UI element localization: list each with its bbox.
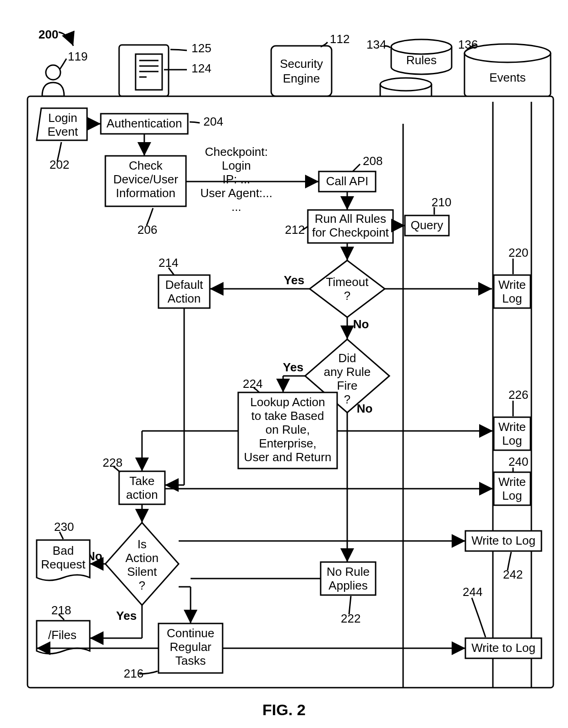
fire-label: Fire <box>337 379 358 392</box>
lookup-label: Lookup Action <box>250 395 325 409</box>
applies-label: Applies <box>328 579 367 592</box>
deviceuser-label: Device/User <box>113 172 178 186</box>
did-label: Did <box>338 351 356 365</box>
yes1: Yes <box>284 273 305 287</box>
ref-222: 222 <box>341 612 360 625</box>
regular-label: Regular <box>169 640 211 654</box>
onrule-label: on Rule, <box>266 423 310 436</box>
ref-202: 202 <box>49 158 69 171</box>
timeout-q: ? <box>344 289 350 303</box>
wtol-244: Write to Log <box>471 641 535 655</box>
ref-242: 242 <box>503 568 523 581</box>
ref-228: 228 <box>103 456 122 469</box>
cp-login-label: Login <box>222 159 251 172</box>
ref-244: 244 <box>463 585 482 599</box>
take-label: Take <box>130 474 155 488</box>
yes3: Yes <box>116 609 137 623</box>
user-head-icon <box>46 65 60 80</box>
ref-204: 204 <box>203 115 223 128</box>
security-label: Security <box>280 57 323 71</box>
flowchart-diagram: 200 119 125 124 Security Engine 112 Rule… <box>0 0 568 728</box>
rules-label: Rules <box>406 53 437 67</box>
ref-119: 119 <box>68 50 87 63</box>
log-226: Log <box>502 434 522 447</box>
figure-label: FIG. 2 <box>262 701 306 718</box>
tasks-label: Tasks <box>175 654 206 667</box>
ref-218: 218 <box>51 603 71 617</box>
action-label: Action <box>168 292 201 305</box>
norule-label: No Rule <box>327 565 370 579</box>
ref-124: 124 <box>191 61 211 75</box>
files-label: /Files <box>48 628 76 642</box>
write-226: Write <box>498 420 526 434</box>
rules-db-top <box>391 39 452 54</box>
no3: No <box>357 402 373 415</box>
user-body-icon <box>42 83 64 96</box>
cp-ip-label: IP: ... <box>223 172 251 186</box>
ref-230: 230 <box>54 520 74 534</box>
cp-dots-label: ... <box>231 200 241 214</box>
forcp-label: for Checkpoint <box>312 226 389 239</box>
login-label: Login <box>48 111 77 125</box>
auth-label: Authentication <box>107 116 182 130</box>
request-label: Request <box>41 557 86 571</box>
anyrule-label: any Rule <box>324 365 371 379</box>
engine-label: Engine <box>283 72 320 85</box>
ref-200: 200 <box>38 28 58 41</box>
log-220: Log <box>502 292 522 305</box>
ref-214: 214 <box>158 256 178 270</box>
userret-label: User and Return <box>244 450 332 464</box>
ref-134: 134 <box>366 38 386 51</box>
actionq-label: Action <box>126 551 158 565</box>
ref-224: 224 <box>243 377 262 391</box>
action2-label: action <box>126 488 158 502</box>
totake-label: to take Based <box>251 409 324 423</box>
fire-q: ? <box>344 392 350 406</box>
wtol-242: Write to Log <box>471 534 535 547</box>
runall-label: Run All Rules <box>315 212 386 226</box>
write-220: Write <box>498 278 526 292</box>
ref-220: 220 <box>508 246 528 259</box>
call-api-label: Call API <box>326 174 369 188</box>
yes2: Yes <box>283 360 304 374</box>
query-label: Query <box>411 218 443 232</box>
check-label: Check <box>129 159 163 172</box>
is-label: Is <box>137 537 147 551</box>
security-engine-box <box>271 46 332 96</box>
actions-db-top <box>380 78 431 91</box>
event-label: Event <box>48 125 78 138</box>
checkpoint-label: Checkpoint: <box>205 145 268 159</box>
bad-label: Bad <box>53 544 74 557</box>
default-label: Default <box>165 278 203 292</box>
ref-210: 210 <box>431 195 451 209</box>
log-240: Log <box>502 489 522 502</box>
silent-label: Silent <box>127 565 157 579</box>
timeout-label: Timeout <box>326 275 369 289</box>
silent-q: ? <box>139 579 145 592</box>
continue-label: Continue <box>167 626 214 640</box>
no1: No <box>353 317 369 331</box>
events-label: Events <box>489 71 526 84</box>
information-label: Information <box>116 186 175 200</box>
ref-208: 208 <box>363 154 382 168</box>
cp-ua-label: User Agent:... <box>200 186 273 200</box>
write-240: Write <box>498 475 526 489</box>
ref-112: 112 <box>330 32 350 46</box>
ref-212: 212 <box>285 223 305 237</box>
ref-226: 226 <box>508 388 528 402</box>
ref-240: 240 <box>508 455 528 469</box>
enterprise-label: Enterprise, <box>259 436 317 450</box>
ref-125: 125 <box>191 41 211 55</box>
